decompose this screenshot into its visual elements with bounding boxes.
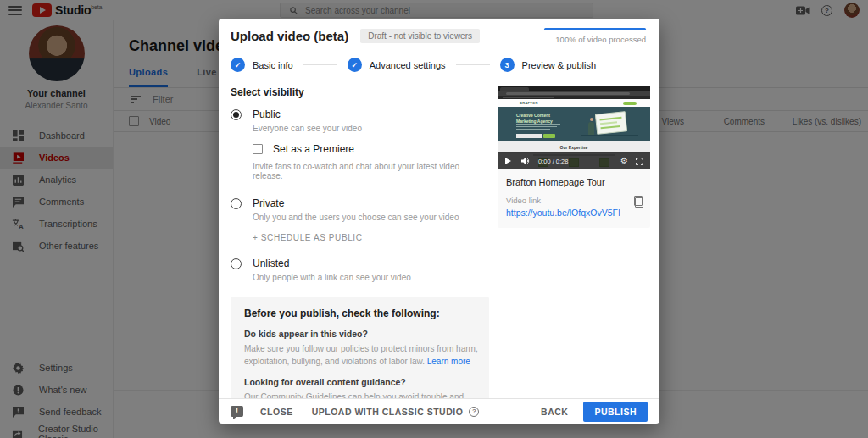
youtube-studio-screen: Studiobeta ? Your channel Alexander Sant… <box>0 0 868 438</box>
progress-text: 100% of video processed <box>544 35 646 44</box>
volume-icon[interactable] <box>521 157 531 165</box>
video-link-url[interactable]: https://youtu.be/lOfqxOvV5FI <box>506 208 642 218</box>
processing-status: 100% of video processed <box>544 28 646 44</box>
video-player[interactable]: BRAFTON Creative ContentMarketing Agency <box>498 86 650 169</box>
site-navbar: BRAFTON <box>498 99 650 107</box>
publish-button[interactable]: PUBLISH <box>583 402 648 422</box>
fullscreen-icon[interactable] <box>636 158 643 165</box>
upload-with-classic-studio-button[interactable]: UPLOAD WITH CLASSIC STUDIO ? <box>312 407 480 417</box>
visibility-option-private[interactable]: Private Only you and the users you choos… <box>231 197 489 222</box>
step-advanced-settings[interactable]: ✓ Advanced settings <box>348 58 446 72</box>
premiere-block: Set as a Premiere Invite fans to co-watc… <box>253 143 489 180</box>
radio-public[interactable] <box>231 109 242 120</box>
schedule-as-public-link[interactable]: + SCHEDULE AS PUBLIC <box>253 233 489 242</box>
radio-private[interactable] <box>231 198 242 209</box>
close-button[interactable]: CLOSE <box>260 407 293 417</box>
step-connector <box>303 64 337 65</box>
upload-stepper: ✓ Basic info ✓ Advanced settings 3 Previ… <box>231 58 648 72</box>
pre-publish-checklist: Before you publish, check the following:… <box>231 297 489 398</box>
premiere-checkbox[interactable] <box>253 144 263 154</box>
step-check-icon: ✓ <box>231 58 245 72</box>
visibility-option-unlisted[interactable]: Unlisted Only people with a link can see… <box>231 258 489 282</box>
progress-bar <box>544 28 646 30</box>
step-preview-publish[interactable]: 3 Preview & publish <box>500 58 596 72</box>
site-cta-button <box>623 102 637 105</box>
player-controls: 0:00 / 0:28 ⚙ <box>498 153 650 169</box>
video-preview-card: BRAFTON Creative ContentMarketing Agency <box>498 86 650 228</box>
dialog-title: Upload video (beta) <box>231 29 348 43</box>
upload-video-dialog: Upload video (beta) Draft - not visible … <box>219 19 659 424</box>
site-hero: Creative ContentMarketing Agency <box>498 107 650 141</box>
step-basic-info[interactable]: ✓ Basic info <box>231 58 293 72</box>
step-check-icon: ✓ <box>348 58 362 72</box>
back-button[interactable]: BACK <box>541 407 568 417</box>
play-icon[interactable] <box>505 158 511 164</box>
dialog-body: Select visibility Public Everyone can se… <box>219 72 659 398</box>
video-title: Brafton Homepage Tour <box>506 177 642 187</box>
premiere-option[interactable]: Set as a Premiere <box>253 143 489 155</box>
draft-status-badge: Draft - not visible to viewers <box>360 29 480 43</box>
player-settings-icon[interactable]: ⚙ <box>620 157 628 165</box>
help-icon[interactable]: ? <box>469 407 479 417</box>
step-number: 3 <box>500 58 515 72</box>
learn-more-link[interactable]: Learn more <box>427 357 470 366</box>
video-link-label: Video link <box>506 196 642 205</box>
player-time: 0:00 / 0:28 <box>538 158 568 165</box>
visibility-section: Select visibility Public Everyone can se… <box>231 86 489 398</box>
copy-link-icon[interactable] <box>634 196 643 207</box>
dialog-footer: CLOSE UPLOAD WITH CLASSIC STUDIO ? BACK … <box>219 398 659 424</box>
step-connector <box>456 64 490 65</box>
visibility-heading: Select visibility <box>231 86 489 98</box>
video-info: Brafton Homepage Tour Video link https:/… <box>498 169 650 228</box>
feedback-icon[interactable] <box>231 406 243 417</box>
radio-unlisted[interactable] <box>231 258 242 269</box>
dialog-header: Upload video (beta) Draft - not visible … <box>219 19 659 72</box>
visibility-option-public[interactable]: Public Everyone can see your video <box>231 108 489 133</box>
